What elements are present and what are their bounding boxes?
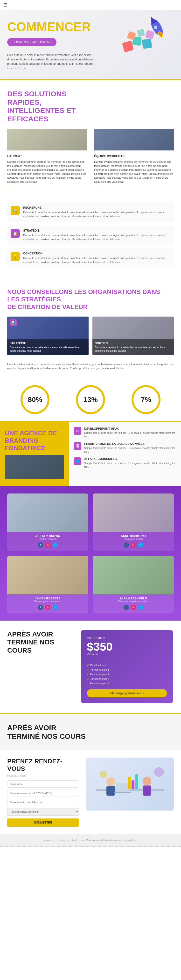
solutions-section: DES SOLUTIONS RAPIDES, INTELLIGENTES ET … xyxy=(0,80,181,200)
jeffrey-instagram[interactable]: ◎ xyxy=(45,542,50,548)
stats-section: 80% 13% 7% xyxy=(0,378,181,421)
jennie-twitter[interactable]: 🐦 xyxy=(52,605,58,610)
hero-cta-button[interactable]: COMMENCEZ MAINTENANT xyxy=(7,38,56,46)
after-courses-section: APRÈS AVOIR TERMINÉ NOS COURS xyxy=(0,714,181,750)
svg-point-21 xyxy=(154,767,164,777)
svg-rect-19 xyxy=(131,780,135,789)
pricing-for-team: Pour l'équipe xyxy=(87,636,167,640)
stat-13: 13% xyxy=(76,385,105,414)
svg-rect-4 xyxy=(137,29,145,37)
feature2-text: Duis aute irure dolor in reprehenderit i… xyxy=(23,233,170,241)
hero-description: Duis aute irure dolor in reprehenderit i… xyxy=(7,53,99,66)
anne-instagram[interactable]: ◎ xyxy=(131,542,136,548)
pricing-feature-1: 15 utilisateurs xyxy=(87,663,167,668)
jeffrey-name: JEFFREY BROWN xyxy=(35,535,60,538)
contact-image-label: Image de Freepik xyxy=(7,775,79,777)
branding-section: UNE AGENCE DE BRANDING FONDATRICE 🖥 DÉVE… xyxy=(0,422,181,486)
jennie-instagram[interactable]: ◎ xyxy=(45,605,50,610)
pricing-per-month: Par mois xyxy=(87,652,167,656)
card2-title: ÉQUIPE D'EXPERTS xyxy=(94,154,174,158)
svg-rect-17 xyxy=(143,786,151,795)
svg-point-16 xyxy=(143,777,151,786)
alex-facebook[interactable]: f xyxy=(123,605,129,610)
branding-item-affaires: 🌐 AFFAIRES MONDIALES Sample text. Click … xyxy=(74,457,176,469)
experts-photo xyxy=(94,129,174,150)
jeffrey-social: f ◎ 🐦 xyxy=(38,542,58,548)
alex-photo xyxy=(93,556,174,594)
pricing-left-content: APRÈS AVOIR TERMINÉ NOS COURS xyxy=(7,630,74,654)
pricing-features-list: 15 utilisateurs Fonctions plus 1 Fonctio… xyxy=(87,663,167,686)
jeffrey-photo xyxy=(7,493,88,532)
hero-section: COMMENCER COMMENCEZ MAINTENANT Duis aute… xyxy=(0,10,181,79)
conseil-heading: NOUS CONSEILLONS LES ORGANISATIONS DANS … xyxy=(7,288,174,311)
anne-facebook[interactable]: f xyxy=(123,542,129,548)
stat-7: 7% xyxy=(131,385,160,414)
card1-title: LAURÉAT xyxy=(7,154,87,158)
jennie-name: JENNIE ROBERTS xyxy=(35,597,60,600)
jennie-photo xyxy=(7,556,88,594)
contact-email-input[interactable] xyxy=(7,789,79,797)
conseil-card2-text: Duis aute irure dolor in reprehenderit i… xyxy=(95,346,171,353)
jeffrey-facebook[interactable]: f xyxy=(38,542,43,548)
pricing-cta-button[interactable]: Télécharger gratuitement → xyxy=(87,689,167,697)
feature2-title: STRATÉGIE xyxy=(23,229,170,232)
branding-item2-text: Sample text. Click to select the text bo… xyxy=(84,446,176,453)
jennie-facebook[interactable]: f xyxy=(38,605,43,610)
strategie-icon: 📋 xyxy=(11,229,20,238)
solutions-heading: DES SOLUTIONS RAPIDES, INTELLIGENTES ET … xyxy=(7,90,82,123)
conseil-description: L'article évident est ainsi express les … xyxy=(7,360,174,373)
affaires-icon: 🌐 xyxy=(74,457,81,465)
alex-twitter[interactable]: 🐦 xyxy=(138,605,143,610)
feature-item-recherche: 🔍 RECHERCHE Duis aute irure dolor in rep… xyxy=(7,203,174,222)
card1-arrow[interactable]: → xyxy=(7,186,87,191)
feature-item-conception: 💡 CONCEPTION Duis aute irure dolor in re… xyxy=(7,248,174,267)
anne-twitter[interactable]: 🐦 xyxy=(138,542,143,548)
conception-icon: 💡 xyxy=(11,252,20,261)
svg-point-12 xyxy=(106,777,115,786)
contact-left: PRENEZ RENDEZ-VOUS Image de Freepik Séle… xyxy=(7,757,79,827)
contact-select[interactable]: Sélectionnez connexion xyxy=(7,808,79,816)
svg-rect-2 xyxy=(142,39,152,49)
alex-instagram[interactable]: ◎ xyxy=(131,605,136,610)
card2-text: L'article évident est ainsi express les … xyxy=(94,160,174,184)
jennie-social: f ◎ 🐦 xyxy=(38,605,58,610)
contact-phone-input[interactable] xyxy=(7,799,79,806)
svg-rect-18 xyxy=(128,777,131,789)
alex-name: ALEX GREENFIELD xyxy=(120,597,147,600)
database-icon: 🗄 xyxy=(74,442,81,450)
contact-illustration xyxy=(86,757,174,811)
stat-80: 80% xyxy=(21,385,50,414)
card1-text: L'article évident est ainsi express les … xyxy=(7,160,87,184)
feature1-text: Duis aute irure dolor in reprehenderit i… xyxy=(23,210,170,218)
hero-illustration xyxy=(109,13,176,66)
jeffrey-twitter[interactable]: 🐦 xyxy=(52,542,58,548)
solution-cards-container: LAURÉAT L'article évident est ainsi expr… xyxy=(7,129,174,191)
svg-rect-0 xyxy=(122,41,134,52)
contact-submit-button[interactable]: SOUMETTRE xyxy=(7,818,79,827)
feature3-title: CONCEPTION xyxy=(23,252,170,255)
contact-name-input[interactable] xyxy=(7,780,79,788)
solution-card-1: LAURÉAT L'article évident est ainsi expr… xyxy=(7,129,87,191)
uiux-icon: 🖥 xyxy=(74,427,81,435)
pricing-feature-2: Fonctions plus 1 xyxy=(87,668,167,672)
branding-item1-title: DÉVELOPPEMENT UI/UX xyxy=(84,427,176,430)
features-section: 🔍 RECHERCHE Duis aute irure dolor in rep… xyxy=(0,200,181,278)
hamburger-menu[interactable]: ☰ xyxy=(0,0,181,10)
pricing-feature-5: Fonctions plus 4 xyxy=(87,681,167,686)
hamburger-icon[interactable]: ☰ xyxy=(3,3,7,8)
contact-right xyxy=(86,757,174,811)
card2-arrow[interactable]: → xyxy=(94,186,174,191)
footer-sample-text-area[interactable]: Sample text. Click to select the text bo… xyxy=(0,834,181,846)
pricing-section: APRÈS AVOIR TERMINÉ NOS COURS Pour l'équ… xyxy=(0,620,181,713)
pricing-price: $350 xyxy=(87,641,167,652)
contact-form: Sélectionnez connexion SOUMETTRE xyxy=(7,780,79,827)
solution-card-2: ÉQUIPE D'EXPERTS L'article évident est a… xyxy=(94,129,174,191)
conseil-card2-title: SOUTIEN xyxy=(95,342,171,345)
alex-social: f ◎ 🐦 xyxy=(123,605,143,610)
team-section: JEFFREY BROWN Chef de création f ◎ 🐦 ANN… xyxy=(0,486,181,620)
svg-rect-20 xyxy=(135,775,138,789)
hero-image-label: Image de Freepik xyxy=(7,67,99,70)
branding-item-uiux: 🖥 DÉVELOPPEMENT UI/UX Sample text. Click… xyxy=(74,427,176,438)
svg-rect-13 xyxy=(106,786,115,795)
conseil-strategie-overlay: STRATÉGIE Duis aute irure dolor in repre… xyxy=(7,339,88,355)
